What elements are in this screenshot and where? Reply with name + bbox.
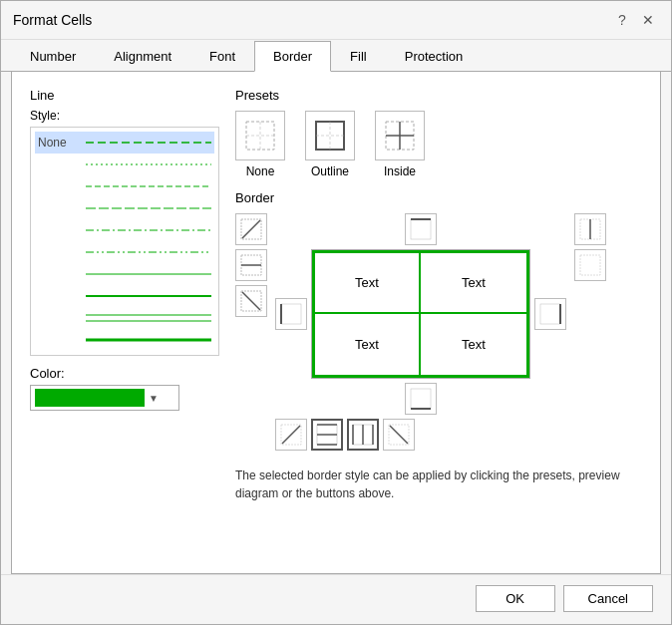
preset-outline-btn[interactable] (305, 111, 355, 160)
border-btn-vert-inner[interactable] (574, 213, 606, 245)
preview-grid: Text Text Text (312, 250, 529, 378)
preset-none-btn[interactable] (235, 111, 285, 160)
help-button[interactable]: ? (611, 9, 633, 31)
tab-font[interactable]: Font (190, 41, 254, 72)
border-btn-diag-down[interactable] (383, 419, 415, 451)
color-dropdown-arrow: ▼ (149, 393, 159, 404)
border-preview-box[interactable]: Text Text Text (311, 249, 530, 379)
title-bar: Format Cells ? ✕ (1, 1, 671, 40)
dotted-sample (86, 156, 211, 172)
title-bar-buttons: ? ✕ (611, 9, 659, 31)
none-label: None (38, 136, 78, 150)
double-sample (86, 310, 211, 326)
none-sample (86, 135, 211, 151)
border-right-buttons (574, 213, 606, 281)
right-panel: Presets None (235, 88, 642, 557)
dashdotdot-sample (86, 244, 211, 260)
svg-rect-30 (540, 304, 560, 324)
tab-bar: Number Alignment Font Border Fill Protec… (1, 40, 671, 72)
tab-fill[interactable]: Fill (331, 41, 386, 72)
bottom-buttons-row (275, 419, 642, 451)
format-cells-dialog: Format Cells ? ✕ Number Alignment Font B… (0, 0, 672, 625)
preview-cell-tr: Text (421, 253, 526, 314)
svg-line-38 (282, 426, 300, 444)
presets-row: None Outline (235, 111, 642, 178)
tab-border[interactable]: Border (254, 41, 331, 72)
preset-outline-label: Outline (311, 164, 349, 178)
line-style-none[interactable]: None (35, 132, 214, 154)
line-style-double[interactable] (35, 307, 214, 329)
line-style-thin[interactable] (35, 263, 214, 285)
line-style-dashdot[interactable] (35, 219, 214, 241)
color-dropdown[interactable]: ▼ (30, 385, 179, 411)
style-label: Style: (30, 109, 219, 123)
top-border-buttons (275, 213, 566, 245)
svg-rect-28 (281, 304, 301, 324)
longdash-sample (86, 200, 211, 216)
svg-rect-11 (246, 122, 274, 150)
dialog-title: Format Cells (13, 12, 92, 28)
preview-cell-bl: Text (315, 314, 421, 375)
preset-none-label: None (246, 164, 275, 178)
tab-content: Line Style: None (11, 72, 661, 574)
border-btn-middle-horiz[interactable] (235, 249, 267, 281)
border-btn-outer-top[interactable] (405, 213, 437, 245)
preview-cell-br: Text (421, 314, 526, 375)
presets-section: Presets None (235, 88, 642, 178)
line-section-label: Line (30, 88, 219, 103)
color-section: Color: ▼ (30, 366, 219, 411)
preset-none[interactable]: None (235, 111, 285, 178)
preset-inside-btn[interactable] (375, 111, 425, 160)
border-btn-top-left-diag[interactable] (235, 213, 267, 245)
preset-outline[interactable]: Outline (305, 111, 355, 178)
cancel-button[interactable]: Cancel (563, 585, 653, 612)
line-style-dashdotdot[interactable] (35, 241, 214, 263)
border-btn-diag-up[interactable] (275, 419, 307, 451)
border-btn-right[interactable] (534, 298, 566, 330)
close-button[interactable]: ✕ (637, 9, 659, 31)
presets-label: Presets (235, 88, 642, 103)
line-style-medium[interactable] (35, 285, 214, 307)
line-style-thick[interactable] (35, 329, 214, 351)
color-label: Color: (30, 366, 219, 381)
line-style-dotted[interactable] (35, 154, 214, 175)
tab-alignment[interactable]: Alignment (95, 41, 190, 72)
svg-line-48 (390, 426, 408, 444)
tab-protection[interactable]: Protection (386, 41, 483, 72)
border-preview-wrapper: Text Text Text (275, 213, 566, 415)
svg-line-25 (242, 292, 260, 310)
line-style-longdash[interactable] (35, 197, 214, 219)
border-area: Text Text Text (235, 213, 642, 415)
main-area: Line Style: None (30, 88, 642, 557)
hint-text: The selected border style can be applied… (235, 467, 642, 502)
medium-sample (86, 288, 211, 304)
border-middle-row: Text Text Text (275, 249, 566, 379)
border-btn-inner-vert[interactable] (347, 419, 379, 451)
border-btn-outer-bottom[interactable] (405, 383, 437, 415)
bottom-border-buttons (275, 383, 566, 415)
svg-rect-36 (580, 255, 600, 275)
thick-sample (86, 332, 211, 348)
border-section: Border (235, 190, 642, 451)
border-btn-no-border[interactable] (574, 249, 606, 281)
border-section-label: Border (235, 190, 642, 205)
svg-rect-26 (411, 219, 431, 239)
svg-line-21 (242, 220, 260, 238)
left-panel: Line Style: None (30, 88, 219, 557)
dashed-sample (86, 178, 211, 194)
dashdot-sample (86, 222, 211, 238)
preset-inside[interactable]: Inside (375, 111, 425, 178)
border-btn-inner-horiz[interactable] (311, 419, 343, 451)
tab-number[interactable]: Number (11, 41, 95, 72)
color-swatch (35, 389, 145, 407)
svg-rect-32 (411, 389, 431, 409)
preset-inside-label: Inside (384, 164, 416, 178)
preview-cell-tl: Text (315, 253, 421, 314)
ok-button[interactable]: OK (476, 585, 555, 612)
line-style-dashed[interactable] (35, 175, 214, 197)
border-btn-bottom-left-diag[interactable] (235, 285, 267, 317)
svg-rect-14 (316, 122, 344, 150)
line-style-box: None (30, 127, 219, 356)
border-left-buttons (235, 213, 267, 317)
border-btn-left[interactable] (275, 298, 307, 330)
